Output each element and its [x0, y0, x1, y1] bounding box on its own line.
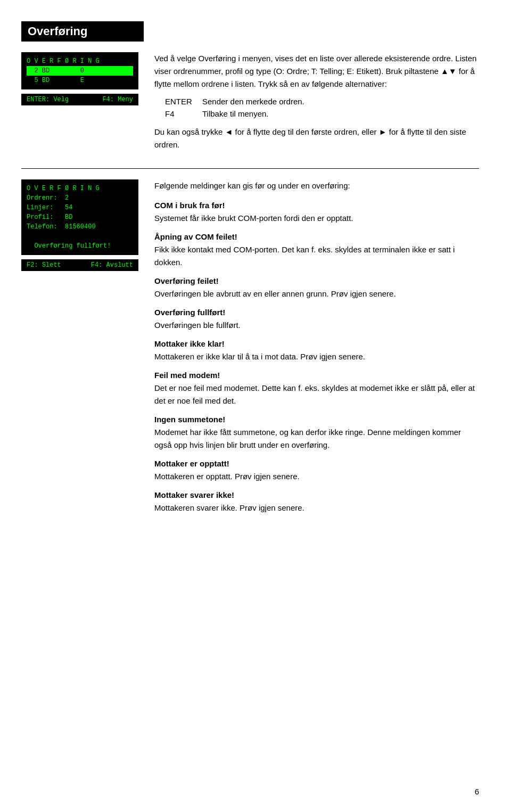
msg-mottaker-svarer-ikke-body: Mottakeren svarer ikke. Prøv igjen sener… — [154, 502, 479, 514]
key-entry-enter: ENTER Sender den merkede ordren. — [165, 97, 479, 106]
screen1-footer: ENTER: Velg F4: Meny — [21, 94, 138, 105]
section1-intro: Ved å velge Overføring i menyen, vises d… — [154, 52, 479, 91]
section-divider — [21, 168, 479, 169]
msg-feil-modem: Feil med modem! Det er noe feil med mode… — [154, 371, 479, 407]
section1-header: Overføring — [21, 21, 144, 42]
section1-layout: O V E R F Ø R I N G 2 BD 0 5 BD E ENTER:… — [21, 52, 479, 158]
page-number: 6 — [475, 787, 479, 796]
msg-mottaker-opptatt-title: Mottaker er opptatt! — [154, 459, 479, 468]
section2-right: Følgende meldinger kan gis før og under … — [154, 179, 479, 522]
screen2-ordrenr: Ordrenr: 2 — [27, 193, 133, 203]
section2-intro: Følgende meldinger kan gis før og under … — [154, 179, 479, 192]
screen1-box: O V E R F Ø R I N G 2 BD 0 5 BD E — [21, 52, 138, 89]
screen1-footer-right: F4: Meny — [102, 96, 133, 103]
msg-overforing-feilet: Overføring feilet! Overføringen ble avbr… — [154, 276, 479, 300]
msg-com-bruk-title: COM i bruk fra før! — [154, 201, 479, 210]
msg-overforing-fullfort: Overføring fullført! Overføringen ble fu… — [154, 308, 479, 332]
msg-mottaker-ikke-klar: Mottaker ikke klar! Mottakeren er ikke k… — [154, 339, 479, 363]
msg-mottaker-opptatt-body: Mottakeren er opptatt. Prøv igjen senere… — [154, 470, 479, 483]
screen1-footer-left: ENTER: Velg — [27, 96, 69, 103]
key-f4-label: F4 — [165, 109, 202, 118]
msg-mottaker-ikke-klar-title: Mottaker ikke klar! — [154, 339, 479, 348]
screen2-footer-right: F4: Avslutt — [91, 261, 133, 269]
screen2-box: O V E R F Ø R I N G Ordrenr: 2 Linjer: 5… — [21, 179, 138, 255]
section1-extra: Du kan også trykke ◄ for å flytte deg ti… — [154, 126, 479, 151]
screen2-profil: Profil: BD — [27, 212, 133, 222]
section1-left: O V E R F Ø R I N G 2 BD 0 5 BD E ENTER:… — [21, 52, 138, 158]
msg-com-feilet: Åpning av COM feilet! Fikk ikke kontakt … — [154, 232, 479, 269]
msg-ingen-summetone: Ingen summetone! Modemet har ikke fått s… — [154, 415, 479, 452]
screen1-row1: 2 BD 0 — [27, 66, 133, 76]
msg-ingen-summetone-title: Ingen summetone! — [154, 415, 479, 424]
screen1-row2: 5 BD E — [27, 76, 133, 85]
page-container: Overføring O V E R F Ø R I N G 2 BD 0 5 … — [0, 0, 511, 554]
msg-ingen-summetone-body: Modemet har ikke fått summetone, og kan … — [154, 426, 479, 452]
section1-right: Ved å velge Overføring i menyen, vises d… — [154, 52, 479, 158]
msg-mottaker-svarer-ikke-title: Mottaker svarer ikke! — [154, 490, 479, 499]
screen2-linjer: Linjer: 54 — [27, 203, 133, 212]
msg-overforing-feilet-body: Overføringen ble avbrutt av en eller ann… — [154, 288, 479, 300]
msg-overforing-fullfort-title: Overføring fullført! — [154, 308, 479, 317]
msg-mottaker-ikke-klar-body: Mottakeren er ikke klar til å ta i mot d… — [154, 350, 479, 363]
screen2-title: O V E R F Ø R I N G — [27, 184, 133, 193]
msg-overforing-feilet-title: Overføring feilet! — [154, 276, 479, 285]
key-entry-f4: F4 Tilbake til menyen. — [165, 109, 479, 118]
screen2-telefon: Telefon: 81560400 — [27, 222, 133, 232]
screen2-status: Overføring fullført! — [27, 241, 133, 251]
screen2-footer: F2: Slett F4: Avslutt — [21, 259, 138, 271]
msg-com-bruk: COM i bruk fra før! Systemet får ikke br… — [154, 201, 479, 225]
msg-mottaker-opptatt: Mottaker er opptatt! Mottakeren er oppta… — [154, 459, 479, 483]
key-f4-desc: Tilbake til menyen. — [202, 109, 479, 118]
msg-overforing-fullfort-body: Overføringen ble fullført. — [154, 319, 479, 332]
msg-feil-modem-body: Det er noe feil med modemet. Dette kan f… — [154, 382, 479, 407]
screen2-blank — [27, 232, 133, 241]
screen2-footer-left: F2: Slett — [27, 261, 61, 269]
screen1-title: O V E R F Ø R I N G — [27, 56, 133, 66]
key-enter-label: ENTER — [165, 97, 202, 106]
section2-left: O V E R F Ø R I N G Ordrenr: 2 Linjer: 5… — [21, 179, 138, 522]
key-enter-desc: Sender den merkede ordren. — [202, 97, 479, 106]
msg-feil-modem-title: Feil med modem! — [154, 371, 479, 380]
msg-mottaker-svarer-ikke: Mottaker svarer ikke! Mottakeren svarer … — [154, 490, 479, 514]
msg-com-feilet-body: Fikk ikke kontakt med COM-porten. Det ka… — [154, 243, 479, 269]
msg-com-feilet-title: Åpning av COM feilet! — [154, 232, 479, 241]
msg-com-bruk-body: Systemet får ikke brukt COM-porten fordi… — [154, 212, 479, 225]
section2-layout: O V E R F Ø R I N G Ordrenr: 2 Linjer: 5… — [21, 179, 479, 522]
